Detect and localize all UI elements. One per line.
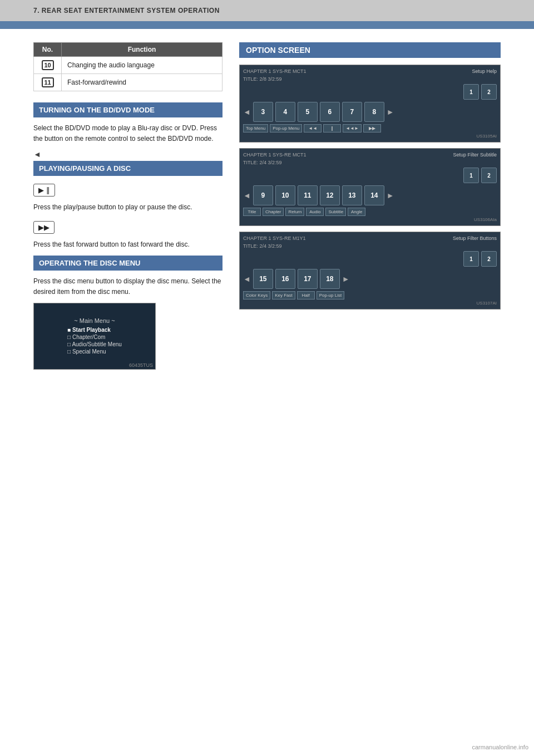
arrow-down-indicator: ◄ <box>33 150 222 159</box>
header-bar: 7. REAR SEAT ENTERTAINMENT SYSTEM OPERAT… <box>0 0 534 21</box>
panel-main-btn-8[interactable]: 8 <box>364 102 384 122</box>
panel-bottom-btns: TitleChapterReturnAudioSubtitleAngle <box>243 208 497 216</box>
main-content: No. Function 10 Changing the audio langu… <box>0 29 534 397</box>
panel-main-btn-13[interactable]: 13 <box>342 185 362 205</box>
panel-title-info: TITLE: 2/4 3/2:59 <box>243 160 497 165</box>
panel-main-btn-3[interactable]: 3 <box>253 102 273 122</box>
table-cell-no: 10 <box>34 57 62 74</box>
disc-menu-body: Press the disc menu button to display th… <box>33 276 222 297</box>
panel-bottom-btn-2[interactable]: ◄◄ <box>304 124 322 132</box>
panel-top-btn-2[interactable]: 2 <box>481 84 497 100</box>
panel-title-info: TITLE: 2/4 3/2:59 <box>243 243 497 249</box>
panel-top-btn-2[interactable]: 2 <box>481 251 497 267</box>
table-cell-func: Changing the audio language <box>62 57 222 74</box>
panel-info-bar: CHAPTER 1 SYS-RE M1Y1 Setup Filter Butto… <box>243 235 497 241</box>
option-screen-header: OPTION SCREEN <box>239 42 501 58</box>
panel-main-btn-17[interactable]: 17 <box>298 269 318 289</box>
left-column: No. Function 10 Changing the audio langu… <box>33 42 222 375</box>
play-pause-icon: ▶ ‖ <box>33 184 55 197</box>
disc-menu-item: ■ Start Playback <box>67 326 122 333</box>
disc-menu-item: □ Audio/Subtitle Menu <box>67 341 122 348</box>
panel-bottom-btn-0[interactable]: Top Menu <box>243 124 268 132</box>
panel-img-id: US3106AIa <box>243 217 497 222</box>
panel-main-btn-12[interactable]: 12 <box>320 185 340 205</box>
panel-top-btn-2[interactable]: 2 <box>481 168 497 183</box>
panel-main-btn-7[interactable]: 7 <box>342 102 362 122</box>
panels-container: CHAPTER 1 SYS-RE MCT1 Setup Help TITLE: … <box>239 65 501 310</box>
panel-bottom-btn-1[interactable]: Pop-up Menu <box>270 124 302 132</box>
panel-main-btn-10[interactable]: 10 <box>275 185 295 205</box>
function-table: No. Function 10 Changing the audio langu… <box>33 42 222 91</box>
disc-menu-title: ~ Main Menu ~ <box>74 317 115 324</box>
panel-info-left: CHAPTER 1 SYS-RE MCT1 <box>243 152 306 158</box>
table-row: 11 Fast-forward/rewind <box>34 74 222 91</box>
panel-arrow-left[interactable]: ◄ <box>243 191 251 200</box>
option-panel-1: CHAPTER 1 SYS-RE MCT1 Setup Help TITLE: … <box>239 65 501 143</box>
panel-top-btn-1[interactable]: 1 <box>463 84 479 100</box>
panel-top-btn-1[interactable]: 1 <box>463 168 479 183</box>
panel-main-btn-6[interactable]: 6 <box>320 102 340 122</box>
fast-forward-icon: ▶▶ <box>33 221 55 234</box>
panel-bottom-btn-3[interactable]: ‖ <box>323 124 341 132</box>
panel-title-info: TITLE: 2/8 3/2:59 <box>243 76 497 82</box>
num-badge-11: 11 <box>42 77 54 87</box>
panel-main-grid: ◄91011121314► <box>243 185 497 205</box>
panel-main-btn-5[interactable]: 5 <box>298 102 318 122</box>
panel-img-id: US3105AI <box>243 134 497 139</box>
panel-img-id: US3107AI <box>243 301 497 306</box>
panel-main-btn-16[interactable]: 16 <box>275 269 295 289</box>
playing-header: PLAYING/PAUSING A DISC <box>33 161 222 176</box>
panel-bottom-btn-1[interactable]: Chapter <box>263 208 284 216</box>
panel-main-btn-11[interactable]: 11 <box>298 185 318 205</box>
panel-arrow-right[interactable]: ► <box>387 107 394 116</box>
panel-bottom-btn-2[interactable]: Half <box>297 291 315 300</box>
panel-bottom-btn-0[interactable]: Color Keys <box>243 291 270 300</box>
panel-info-bar: CHAPTER 1 SYS-RE MCT1 Setup Filter Subti… <box>243 152 497 158</box>
table-cell-func: Fast-forward/rewind <box>62 74 222 91</box>
panel-main-btn-9[interactable]: 9 <box>253 185 273 205</box>
panel-top-grid: 12 <box>243 84 497 100</box>
panel-main-grid: ◄15161718► <box>243 269 497 289</box>
panel-top-grid: 12 <box>243 168 497 183</box>
blue-stripe <box>0 21 534 29</box>
section-title: 7. REAR SEAT ENTERTAINMENT SYSTEM OPERAT… <box>33 7 220 14</box>
panel-main-btn-18[interactable]: 18 <box>320 269 340 289</box>
panel-top-grid: 12 <box>243 251 497 267</box>
panel-arrow-right[interactable]: ► <box>342 274 350 283</box>
panel-bottom-btn-3[interactable]: Pop-up List <box>317 291 344 300</box>
turning-on-body: Select the BD/DVD mode to play a Blu-ray… <box>33 123 222 144</box>
panel-arrow-right[interactable]: ► <box>387 191 394 200</box>
playing-body1: Press the play/pause button to play or p… <box>33 202 222 213</box>
panel-main-btn-15[interactable]: 15 <box>253 269 273 289</box>
panel-bottom-btn-1[interactable]: Key Fast <box>272 291 295 300</box>
panel-arrow-left[interactable]: ◄ <box>243 107 251 116</box>
panel-main-btn-14[interactable]: 14 <box>364 185 384 205</box>
panel-bottom-btn-4[interactable]: ◄◄► <box>343 124 362 132</box>
panel-top-btn-1[interactable]: 1 <box>463 251 479 267</box>
table-header-function: Function <box>62 43 222 57</box>
panel-bottom-btn-5[interactable]: ▶▶ <box>363 124 381 132</box>
panel-bottom-btn-5[interactable]: Angle <box>348 208 365 216</box>
right-column: OPTION SCREEN CHAPTER 1 SYS-RE MCT1 Setu… <box>239 42 501 375</box>
panel-bottom-btn-4[interactable]: Subtitle <box>325 208 346 216</box>
table-row: 10 Changing the audio language <box>34 57 222 74</box>
option-panel-3: CHAPTER 1 SYS-RE M1Y1 Setup Filter Butto… <box>239 232 501 310</box>
panel-bottom-btn-0[interactable]: Title <box>243 208 261 216</box>
disc-menu-screenshot: ~ Main Menu ~ ■ Start Playback□ Chapter/… <box>33 303 156 370</box>
panel-bottom-btn-2[interactable]: Return <box>285 208 304 216</box>
panel-info-right: Setup Help <box>472 68 497 74</box>
playing-body2: Press the fast forward button to fast fo… <box>33 239 222 250</box>
panel-info-left: CHAPTER 1 SYS-RE MCT1 <box>243 68 306 74</box>
option-panel-2: CHAPTER 1 SYS-RE MCT1 Setup Filter Subti… <box>239 148 501 226</box>
panel-main-btn-4[interactable]: 4 <box>275 102 295 122</box>
disc-menu-item: □ Chapter/Com <box>67 333 122 341</box>
panel-info-right: Setup Filter Subtitle <box>453 152 497 158</box>
panel-info-bar: CHAPTER 1 SYS-RE MCT1 Setup Help <box>243 68 497 74</box>
panel-info-left: CHAPTER 1 SYS-RE M1Y1 <box>243 235 306 241</box>
panel-arrow-left[interactable]: ◄ <box>243 274 251 283</box>
table-cell-no: 11 <box>34 74 62 91</box>
disc-menu-header: OPERATING THE DISC MENU <box>33 256 222 271</box>
disc-img-id: 60435TUS <box>129 362 153 368</box>
panel-bottom-btn-3[interactable]: Audio <box>306 208 324 216</box>
panel-main-grid: ◄345678► <box>243 102 497 122</box>
